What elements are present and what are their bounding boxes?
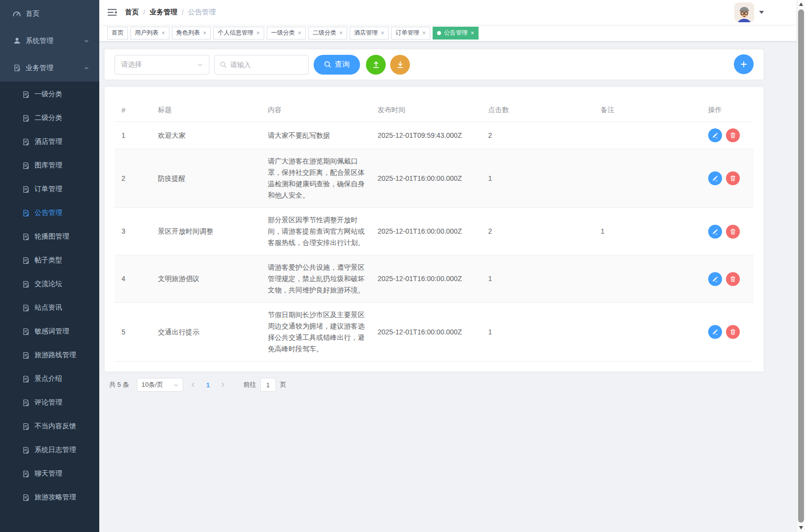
col-title: 标题 (153, 99, 263, 122)
delete-button[interactable] (726, 128, 740, 142)
tab-tag[interactable]: 酒店管理 × (350, 27, 389, 40)
cell-remark (596, 303, 703, 362)
sidebar-submenu-item[interactable]: 一级分类 (0, 82, 99, 106)
tab-tag[interactable]: 个人信息管理 × (213, 27, 264, 40)
tab-tag-label: 订单管理 (396, 29, 419, 37)
sidebar-submenu-item[interactable]: 交流论坛 (0, 272, 99, 296)
announcement-table: # 标题 内容 发布时间 点击数 备注 操作 1 欢迎大家 请大家不要乱写数据 … (115, 99, 754, 362)
chevron-down-icon (173, 382, 179, 388)
cell-index: 2 (115, 149, 153, 208)
document-icon (22, 304, 30, 312)
tab-tag[interactable]: 订单管理 × (391, 27, 430, 40)
next-page-button[interactable] (213, 382, 233, 388)
edit-button[interactable] (708, 325, 722, 339)
delete-button[interactable] (726, 225, 740, 239)
sidebar-submenu-item[interactable]: 站点资讯 (0, 296, 99, 320)
tab-tag[interactable]: 一级分类 × (267, 27, 306, 40)
breadcrumb-current: 公告管理 (188, 8, 216, 17)
sidebar-submenu: 一级分类 二级分类 酒店管理 图库管理 订单管理 公告管理 轮播图管理 帖子类型… (0, 82, 99, 532)
cell-clicks: 1 (483, 303, 596, 362)
tab-tag[interactable]: 角色列表 × (172, 27, 211, 40)
close-icon[interactable]: × (161, 30, 165, 36)
sidebar-submenu-item[interactable]: 订单管理 (0, 177, 99, 201)
breadcrumb-home[interactable]: 首页 (125, 8, 139, 17)
scroll-down-icon[interactable] (799, 526, 803, 530)
sidebar-submenu-item[interactable]: 轮播图管理 (0, 225, 99, 248)
trash-icon (729, 328, 736, 335)
tab-tag[interactable]: 二级分类 × (308, 27, 347, 40)
sidebar-submenu-item[interactable]: 二级分类 (0, 106, 99, 130)
active-dot (437, 31, 441, 35)
breadcrumb-business[interactable]: 业务管理 (150, 8, 177, 17)
cell-actions (703, 303, 754, 362)
sidebar-submenu-item[interactable]: 聊天管理 (0, 462, 99, 486)
edit-button[interactable] (708, 225, 722, 239)
sidebar-submenu-item[interactable]: 旅游路线管理 (0, 343, 99, 367)
tab-tag[interactable]: 公告管理 × (433, 27, 479, 40)
sidebar-submenu-item[interactable]: 景点介绍 (0, 367, 99, 391)
dashboard-icon (13, 10, 21, 18)
tab-tag-label: 首页 (112, 29, 123, 37)
goto-page-input[interactable] (260, 378, 276, 392)
document-icon (22, 328, 30, 335)
search-input[interactable] (230, 61, 303, 69)
sidebar-item-label: 敏感词管理 (35, 327, 69, 336)
sidebar-item[interactable]: 首页 (0, 0, 99, 27)
sidebar-top-menu: 首页 系统管理 业务管理 (0, 0, 99, 82)
sidebar-submenu-item[interactable]: 旅游攻略管理 (0, 486, 99, 509)
sidebar-item[interactable]: 业务管理 (0, 54, 99, 82)
tab-tag[interactable]: 首页 (107, 27, 128, 40)
sidebar-item-label: 旅游攻略管理 (35, 493, 76, 502)
delete-button[interactable] (726, 272, 740, 286)
sidebar-submenu-item[interactable]: 公告管理 (0, 201, 99, 225)
download-button[interactable] (390, 55, 410, 75)
delete-button[interactable] (726, 171, 740, 185)
pagination-total: 共 5 条 (109, 380, 129, 389)
sidebar-submenu-item[interactable]: 图库管理 (0, 154, 99, 177)
cell-published: 2025-12-01T16:00:00.000Z (373, 208, 483, 255)
tab-tag[interactable]: 用户列表 × (130, 27, 169, 40)
col-actions: 操作 (703, 99, 754, 122)
cell-content: 请广大游客在游览期间佩戴口罩，保持社交距离，配合景区体温检测和健康码查验，确保自… (263, 149, 373, 208)
close-icon[interactable]: × (471, 30, 474, 36)
close-icon[interactable]: × (422, 30, 426, 36)
edit-button[interactable] (708, 272, 722, 286)
toolbar-card: 请选择 查询 (105, 49, 764, 80)
scrollbar-thumb[interactable] (798, 9, 804, 523)
close-icon[interactable]: × (339, 30, 343, 36)
edit-button[interactable] (708, 171, 722, 185)
scroll-up-icon[interactable] (799, 2, 803, 6)
sidebar-submenu-item[interactable]: 敏感词管理 (0, 320, 99, 343)
prev-page-button[interactable] (183, 382, 203, 388)
close-icon[interactable]: × (381, 30, 384, 36)
cell-index: 5 (115, 303, 153, 362)
sidebar-item-label: 业务管理 (26, 64, 53, 73)
table-row: 3 景区开放时间调整 部分景区因季节性调整开放时间，请游客提前查询官方网站或客服… (115, 208, 754, 255)
edit-button[interactable] (708, 128, 722, 142)
page-scrollbar[interactable] (797, 0, 805, 532)
delete-button[interactable] (726, 325, 740, 339)
main-area: 首页 / 业务管理 / 公告管理 (99, 0, 797, 532)
filter-select-placeholder: 请选择 (121, 60, 197, 69)
filter-select[interactable]: 请选择 (115, 55, 209, 75)
cell-content: 节假日期间长沙市区及主要景区周边交通较为拥堵，建议游客选择公共交通工具或错峰出行… (263, 303, 373, 362)
sidebar-submenu-item[interactable]: 帖子类型 (0, 248, 99, 272)
sidebar-submenu-item[interactable]: 酒店管理 (0, 130, 99, 154)
query-button[interactable]: 查询 (314, 55, 360, 75)
avatar[interactable] (734, 2, 754, 22)
page-size-select[interactable]: 10条/页 (137, 378, 183, 392)
sidebar-submenu-item[interactable]: 系统日志管理 (0, 438, 99, 462)
tab-tag-label: 用户列表 (135, 29, 159, 37)
upload-button[interactable] (366, 55, 386, 75)
add-button[interactable] (734, 54, 754, 74)
close-icon[interactable]: × (256, 30, 260, 36)
sidebar-submenu-item[interactable]: 评论管理 (0, 391, 99, 414)
close-icon[interactable]: × (203, 30, 206, 36)
close-icon[interactable]: × (298, 30, 301, 36)
page-number[interactable]: 1 (203, 381, 212, 389)
sidebar-item-label: 交流论坛 (35, 280, 62, 288)
sidebar-item[interactable]: 系统管理 (0, 27, 99, 54)
chevron-down-icon[interactable] (759, 11, 764, 14)
hamburger-icon[interactable] (107, 7, 117, 17)
sidebar-submenu-item[interactable]: 不当内容反馈 (0, 414, 99, 438)
